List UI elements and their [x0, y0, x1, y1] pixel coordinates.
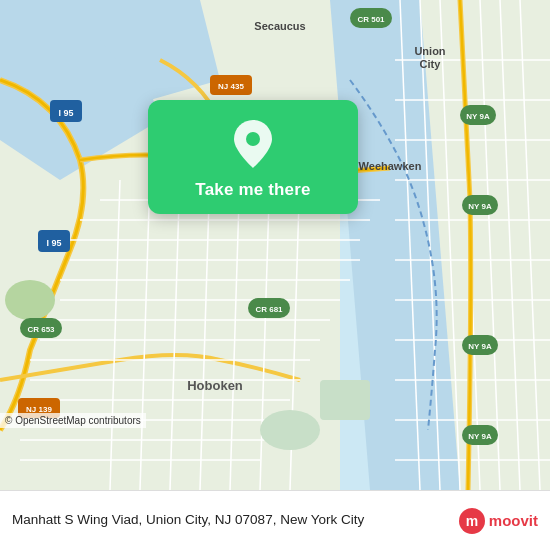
svg-text:NY 9A: NY 9A	[466, 112, 490, 121]
bottom-info-bar: Manhatt S Wing Viad, Union City, NJ 0708…	[0, 490, 550, 550]
svg-text:NY 9A: NY 9A	[468, 202, 492, 211]
svg-text:CR 501: CR 501	[357, 15, 385, 24]
svg-text:NJ 435: NJ 435	[218, 82, 244, 91]
svg-text:CR 681: CR 681	[255, 305, 283, 314]
svg-text:Hoboken: Hoboken	[187, 378, 243, 393]
navigation-card: Take me there	[148, 100, 358, 214]
map-attribution: © OpenStreetMap contributors	[0, 413, 146, 428]
svg-point-45	[260, 410, 320, 450]
svg-text:Secaucus: Secaucus	[254, 20, 305, 32]
moovit-m-icon: m	[459, 508, 485, 534]
svg-text:NY 9A: NY 9A	[468, 342, 492, 351]
svg-text:Weehawken: Weehawken	[359, 160, 422, 172]
map-area: I 95 I 95 CR 501 NJ 435 CR 681 CR 653 NJ…	[0, 0, 550, 490]
svg-text:I 95: I 95	[46, 238, 61, 248]
svg-text:m: m	[466, 513, 478, 529]
svg-point-75	[246, 132, 260, 146]
svg-text:NY 9A: NY 9A	[468, 432, 492, 441]
moovit-logo: m moovit	[459, 508, 538, 534]
address-label: Manhatt S Wing Viad, Union City, NJ 0708…	[12, 511, 459, 529]
svg-point-47	[5, 280, 55, 320]
svg-text:Union: Union	[414, 45, 445, 57]
svg-text:I 95: I 95	[58, 108, 73, 118]
moovit-text: moovit	[489, 512, 538, 529]
location-pin-icon	[227, 118, 279, 170]
svg-text:CR 653: CR 653	[27, 325, 55, 334]
svg-text:City: City	[420, 58, 442, 70]
take-me-there-button[interactable]: Take me there	[195, 180, 310, 200]
svg-rect-46	[320, 380, 370, 420]
